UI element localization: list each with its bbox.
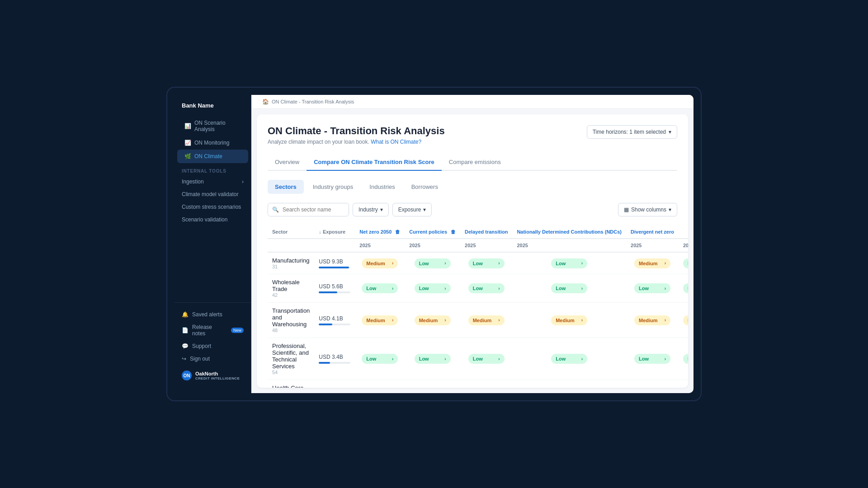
tab-compare-emissions[interactable]: Compare emissions (442, 154, 508, 171)
risk-badge-divergent[interactable]: Medium › (634, 315, 670, 325)
cell-delayed: Low › (460, 338, 512, 380)
risk-badge-net-zero[interactable]: Medium › (362, 258, 398, 268)
tab-compare-risk[interactable]: Compare ON Climate Transition Risk Score (307, 154, 442, 171)
risk-badge-delayed[interactable]: Low › (468, 258, 505, 268)
chevron-down-icon: ▾ (423, 206, 426, 213)
arrow-icon: › (498, 318, 500, 323)
exposure-amount: USD 3.4B (319, 354, 350, 360)
risk-badge-net-zero[interactable]: Medium › (362, 315, 398, 325)
industry-filter-button[interactable]: Industry ▾ (353, 203, 389, 216)
sidebar-support[interactable]: 💬 Support (175, 340, 251, 352)
show-columns-button[interactable]: ▦ Show columns ▾ (618, 203, 677, 216)
cell-below2c: Low › (679, 338, 688, 380)
time-horizons-button[interactable]: Time horizons: 1 item selected ▾ (587, 125, 677, 139)
risk-label: Medium (473, 318, 492, 323)
risk-badge-delayed[interactable]: Medium › (468, 315, 505, 325)
risk-badge-divergent[interactable]: Low › (634, 354, 670, 364)
risk-badge-divergent[interactable]: Medium › (634, 258, 670, 268)
sidebar-item-climate-model[interactable]: Climate model validator (175, 188, 251, 201)
delete-col-icon[interactable]: 🗑 (451, 229, 456, 235)
chevron-down-icon: ▾ (380, 206, 383, 213)
what-is-link[interactable]: What is ON Climate? (371, 139, 421, 145)
cell-below2c: Low › (679, 252, 688, 274)
risk-badge-below2c[interactable]: Low › (683, 283, 688, 293)
risk-badge-net-zero[interactable]: Low › (362, 354, 398, 364)
cell-divergent: Medium › (626, 380, 679, 388)
cell-divergent: Medium › (626, 252, 679, 274)
risk-badge-delayed[interactable]: Low › (468, 354, 505, 364)
risk-badge-ndc[interactable]: Medium › (551, 315, 587, 325)
risk-badge-current[interactable]: Low › (415, 283, 451, 293)
sector-code: 48 (272, 328, 310, 333)
sidebar-item-custom-stress[interactable]: Custom stress scenarios (175, 201, 251, 213)
exposure-filter-button[interactable]: Exposure ▾ (392, 203, 432, 216)
delete-col-icon[interactable]: 🗑 (395, 229, 400, 235)
sector-name: Transportation and Warehousing (272, 307, 310, 328)
ingestion-label: Ingestion (182, 178, 204, 185)
arrow-icon: › (498, 286, 500, 291)
arrow-icon: › (444, 357, 446, 361)
cell-ndc: Medium › (512, 303, 626, 338)
subtabs-bar: Sectors Industry groups Industries Borro… (268, 180, 677, 194)
col-sector: Sector (268, 225, 314, 239)
exposure-bar-fill (319, 324, 332, 325)
risk-badge-current[interactable]: Low › (415, 258, 451, 268)
arrow-icon: › (581, 286, 583, 291)
col-exposure[interactable]: ↓ Exposure (314, 225, 355, 239)
sidebar-item-ingestion[interactable]: Ingestion › (175, 175, 251, 188)
risk-badge-ndc[interactable]: Low › (551, 258, 587, 268)
risk-label: Low (419, 261, 429, 266)
risk-label: Medium (366, 318, 385, 323)
risk-badge-delayed[interactable]: Low › (468, 283, 505, 293)
cell-divergent: Medium › (626, 303, 679, 338)
sidebar-saved-alerts[interactable]: 🔔 Saved alerts (175, 308, 251, 321)
subtab-borrowers[interactable]: Borrowers (404, 180, 445, 194)
sidebar-item-scenario-analysis[interactable]: 📊 ON Scenario Analysis (177, 116, 248, 136)
cell-delayed: Medium › (460, 380, 512, 388)
exposure-bar-fill (319, 362, 330, 364)
cell-ndc: Low › (512, 274, 626, 303)
risk-badge-ndc[interactable]: Low › (551, 354, 587, 364)
risk-badge-below2c[interactable]: Medium › (683, 315, 688, 325)
arrow-icon: › (444, 261, 446, 266)
sidebar-sign-out[interactable]: ↪ Sign out (175, 352, 251, 365)
exposure-amount: USD 5.6B (319, 283, 350, 290)
risk-badge-ndc[interactable]: Low › (551, 283, 587, 293)
subtab-sectors[interactable]: Sectors (268, 180, 304, 194)
sidebar-item-label: ON Monitoring (194, 140, 229, 146)
year-below2c: 2025 (679, 239, 688, 252)
risk-badge-below2c[interactable]: Low › (683, 258, 688, 268)
arrow-icon: › (392, 261, 393, 266)
sector-code: 31 (272, 264, 310, 269)
cell-below2c: Medium › (679, 380, 688, 388)
year-net-zero: 2025 (355, 239, 405, 252)
industry-filter-label: Industry (359, 206, 378, 213)
risk-label: Low (556, 286, 566, 291)
sector-name: Professional, Scientific, and Technical … (272, 343, 310, 370)
search-icon: 🔍 (272, 206, 279, 213)
cell-ndc: Medium › (512, 380, 626, 388)
sidebar-item-label: ON Climate (194, 153, 222, 160)
risk-badge-current[interactable]: Medium › (415, 315, 451, 325)
signout-icon: ↪ (182, 356, 186, 362)
table-row: Transportation and Warehousing 48 USD 4.… (268, 303, 688, 338)
sign-out-label: Sign out (190, 356, 210, 362)
subtab-industry-groups[interactable]: Industry groups (306, 180, 361, 194)
risk-badge-net-zero[interactable]: Low › (362, 283, 398, 293)
risk-badge-divergent[interactable]: Low › (634, 283, 670, 293)
risk-label: Low (419, 356, 429, 361)
cell-exposure: USD 5.6B (314, 274, 355, 303)
breadcrumb: 🏠 ON Climate - Transition Risk Analysis (251, 95, 693, 109)
sidebar-item-on-climate[interactable]: 🌿 ON Climate (177, 150, 248, 163)
sidebar-release-notes[interactable]: 📄 Release notes New (175, 321, 251, 340)
arrow-icon: › (444, 286, 446, 291)
col-divergent: Divergent net zero (626, 225, 679, 239)
sidebar-item-scenario-validation[interactable]: Scenario validation (175, 213, 251, 226)
tab-overview[interactable]: Overview (268, 154, 307, 171)
subtab-industries[interactable]: Industries (362, 180, 402, 194)
risk-badge-below2c[interactable]: Low › (683, 354, 688, 364)
search-input[interactable] (268, 203, 349, 216)
arrow-icon: › (581, 318, 583, 323)
risk-badge-current[interactable]: Low › (415, 354, 451, 364)
sidebar-item-monitoring[interactable]: 📈 ON Monitoring (177, 136, 248, 150)
